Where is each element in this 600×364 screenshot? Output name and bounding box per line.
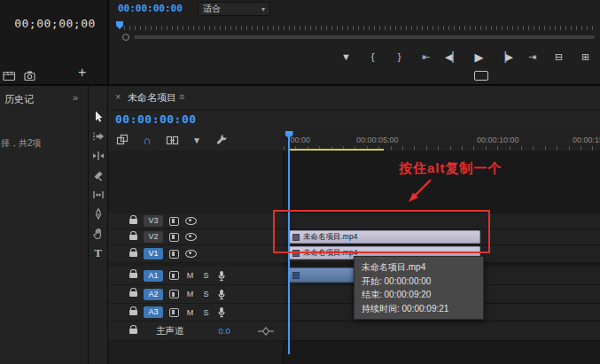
extract-button[interactable]: ⊞: [577, 49, 594, 65]
voiceover-record-mic-icon[interactable]: [217, 306, 226, 318]
sync-lock-icon[interactable]: [169, 271, 179, 280]
go-to-out-button[interactable]: ⇥: [524, 49, 541, 65]
chevron-down-icon: ▾: [261, 5, 265, 13]
voiceover-record-mic-icon[interactable]: [217, 289, 226, 300]
pen-tool-icon: [91, 207, 105, 221]
solo-button[interactable]: S: [201, 271, 211, 280]
master-level-value[interactable]: 0.0: [219, 326, 230, 336]
camera-icon[interactable]: [24, 69, 37, 85]
track-output-eye-icon[interactable]: [185, 250, 197, 258]
track-header-a2: A2 M S: [108, 285, 284, 304]
hand-tool-icon: [91, 227, 105, 241]
track-target-badge[interactable]: V2: [144, 231, 163, 243]
tooltip-title: 未命名项目.mp4: [362, 260, 476, 275]
go-to-in-button[interactable]: ⇤: [417, 49, 434, 65]
add-marker-icon[interactable]: ▼: [190, 133, 204, 147]
lock-icon[interactable]: [129, 310, 137, 315]
lift-button[interactable]: ⊟: [550, 49, 567, 65]
solo-button[interactable]: S: [201, 308, 211, 317]
sync-lock-icon[interactable]: [169, 233, 179, 242]
track-select-tool-icon: [91, 129, 105, 143]
mute-button[interactable]: M: [185, 271, 195, 280]
premiere-app: 00;00;00;00 + 00:00:00:00 适合 ▾ ▼ { } ⇤ ◀…: [0, 0, 600, 364]
track-target-badge[interactable]: A1: [144, 270, 163, 282]
sync-lock-icon[interactable]: [169, 308, 179, 317]
time-ruler[interactable]: :00:00 00:00:05:00 00:00:10:00 00:00:15: [284, 131, 600, 151]
mute-button[interactable]: M: [185, 308, 195, 317]
history-status-text: 择，共2项: [1, 137, 42, 150]
tools-panel: T: [89, 86, 108, 364]
program-timecode[interactable]: 00:00:00:00: [118, 3, 183, 14]
program-monitor-panel: 00:00:00:00 适合 ▾ ▼ { } ⇤ ◀▏ ▶ ▕▶ ⇥ ⊟ ⊞: [107, 0, 600, 84]
type-tool-icon: T: [94, 246, 102, 260]
track-target-badge[interactable]: A2: [144, 289, 163, 300]
voiceover-record-mic-icon[interactable]: [217, 270, 226, 282]
lock-icon[interactable]: [129, 235, 137, 240]
add-button[interactable]: +: [78, 65, 86, 81]
razor-tool-icon: [91, 168, 105, 182]
nest-sequence-icon[interactable]: [115, 133, 129, 147]
snap-magnet-icon[interactable]: ∩: [140, 133, 154, 147]
razor-tool[interactable]: [89, 166, 108, 185]
hand-tool[interactable]: [89, 224, 108, 244]
mini-timeline-ruler[interactable]: [124, 26, 596, 30]
timeline-settings-wrench-icon[interactable]: [214, 133, 229, 147]
sync-lock-icon[interactable]: [169, 217, 179, 226]
sync-lock-icon[interactable]: [169, 250, 179, 259]
lock-icon[interactable]: [129, 252, 137, 257]
mark-in-button[interactable]: {: [364, 49, 381, 65]
mute-button[interactable]: M: [185, 290, 195, 298]
zoom-scrollbar[interactable]: [134, 35, 595, 39]
zoom-level-select[interactable]: 适合 ▾: [198, 2, 270, 16]
lock-icon[interactable]: [129, 291, 137, 297]
tooltip-duration: 持续时间: 00:00:09:21: [362, 302, 476, 316]
sync-lock-icon[interactable]: [169, 290, 179, 298]
history-panel-title: 历史记: [4, 93, 34, 106]
ruler-label: 00:00:05:00: [356, 136, 399, 144]
play-button[interactable]: ▶: [471, 49, 487, 65]
lock-icon[interactable]: [129, 329, 137, 334]
slip-tool-icon: [91, 188, 105, 202]
timeline-toolbar: ∩ ▼: [115, 133, 229, 147]
lock-icon[interactable]: [129, 273, 137, 278]
panel-menu-icon[interactable]: ≡: [179, 91, 184, 102]
monitor-toolbar: [3, 69, 37, 85]
lock-icon[interactable]: [129, 219, 137, 224]
safe-margins-button[interactable]: [474, 71, 488, 81]
ruler-label: 00:00:10:00: [477, 136, 519, 144]
annotation-arrow-icon: [403, 177, 437, 205]
panel-collapse-chevrons[interactable]: »: [73, 92, 78, 103]
type-tool[interactable]: T: [89, 244, 108, 263]
zoom-level-value: 适合: [203, 3, 221, 15]
close-icon[interactable]: ×: [115, 91, 121, 102]
solo-button[interactable]: S: [201, 290, 211, 298]
monitor-timecode[interactable]: 00;00;00;00: [9, 17, 101, 30]
track-output-eye-icon[interactable]: [185, 217, 197, 225]
step-forward-button[interactable]: ▕▶: [497, 49, 514, 65]
track-output-eye-icon[interactable]: [185, 233, 197, 241]
timeline-timecode[interactable]: 00:00:00:00: [115, 112, 197, 126]
mark-out-button[interactable]: }: [391, 49, 408, 65]
mini-playhead-marker[interactable]: [116, 21, 123, 29]
ripple-edit-tool[interactable]: [89, 146, 108, 166]
add-marker-button[interactable]: ▼: [338, 49, 355, 65]
track-select-forward-tool[interactable]: [89, 127, 108, 146]
track-master-lane: [284, 321, 600, 341]
slip-tool[interactable]: [89, 185, 108, 205]
clip-tooltip: 未命名项目.mp4 开始: 00:00:00:00 结束: 00:00:09:2…: [354, 256, 484, 320]
timeline-tab-bar[interactable]: × 未命名项目 ≡: [108, 86, 600, 110]
linked-selection-icon[interactable]: [165, 133, 179, 147]
selection-tool[interactable]: [89, 107, 108, 127]
track-target-badge[interactable]: V1: [144, 248, 163, 259]
left-monitor-panel: 00;00;00;00 +: [0, 0, 107, 84]
tooltip-start: 开始: 00:00:00:00: [362, 275, 476, 289]
track-target-badge[interactable]: V3: [144, 215, 163, 227]
film-icon[interactable]: [3, 69, 16, 85]
tooltip-end: 结束: 00:00:09:20: [362, 288, 476, 302]
track-target-badge[interactable]: A3: [144, 306, 163, 318]
pen-tool[interactable]: [89, 205, 108, 224]
keyframe-navigator-icon[interactable]: [258, 327, 274, 336]
track-header-a3: A3 M S: [108, 304, 284, 321]
zoom-scrollbar-handle[interactable]: [122, 34, 129, 41]
step-back-button[interactable]: ◀▏: [444, 49, 461, 65]
